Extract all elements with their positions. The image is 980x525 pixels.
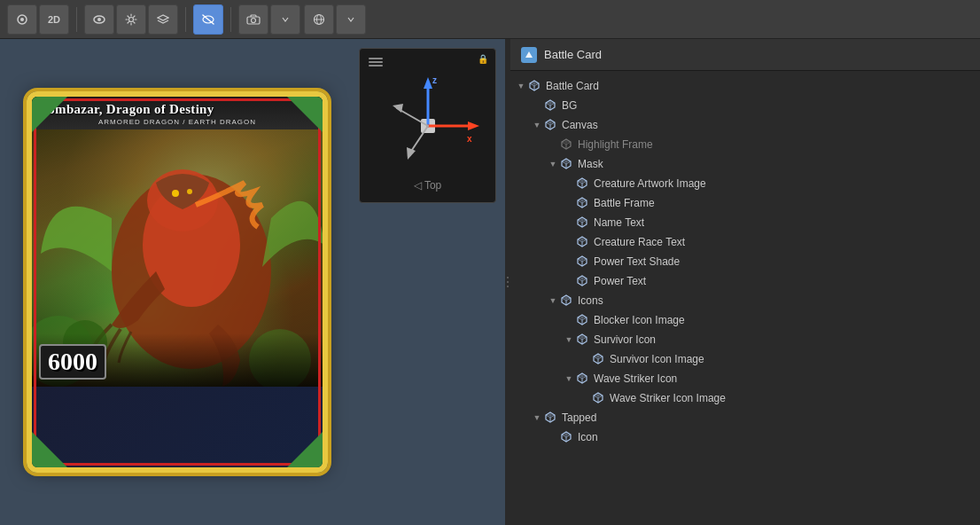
tree-label-highlight-frame: Highlight Frame (578, 138, 653, 151)
tree-label-icon: Icon (578, 431, 598, 443)
corner-bottom-left (32, 432, 67, 467)
cube-icon-battle-frame (576, 196, 590, 210)
cube-icon-power-text-shade (576, 255, 590, 269)
tree-arrow-survivor-icon-image (578, 352, 592, 366)
widget-menu-lines (369, 58, 383, 67)
widget-line-2 (369, 61, 383, 63)
card-header: Bombazar, Dragon of Destiny ARMORED DRAG… (32, 97, 323, 129)
tree-label-canvas: Canvas (562, 119, 598, 131)
card-power-value: 6000 (39, 344, 106, 380)
tree-arrow-blocker-icon-image (562, 313, 576, 327)
tree-item-tapped[interactable]: Tapped (510, 408, 980, 427)
tree-item-power-text-shade[interactable]: Power Text Shade (510, 252, 980, 271)
toolbar-group-4 (304, 4, 366, 35)
tree-arrow-icon (546, 430, 560, 444)
card-bottom: 6000 (32, 333, 323, 387)
tree-item-survivor-icon[interactable]: Survivor Icon (510, 330, 980, 349)
tree-label-icons: Icons (578, 294, 603, 307)
unity-logo-icon (521, 47, 537, 63)
cube-icon-wave-striker-icon (576, 372, 590, 386)
light-button[interactable] (116, 4, 146, 35)
battle-card: Bombazar, Dragon of Destiny ARMORED DRAG… (27, 91, 328, 473)
hide-button[interactable] (193, 4, 223, 35)
tree-arrow-battle-frame (562, 196, 576, 210)
hierarchy-content: Battle Card BG Canvas Highlight Frame (510, 71, 980, 525)
tree-item-battle-card-root[interactable]: Battle Card (510, 76, 980, 96)
lock-icon: 🔒 (478, 54, 488, 64)
axis-arrows-svg: z x (375, 73, 481, 179)
tree-item-creature-race-text[interactable]: Creature Race Text (510, 232, 980, 252)
card-race-text: ARMORED DRAGON / EARTH DRAGON (39, 118, 315, 126)
tree-label-bg: BG (562, 99, 577, 112)
tree-item-battle-frame[interactable]: Battle Frame (510, 193, 980, 213)
tree-label-blocker-icon-image: Blocker Icon Image (594, 314, 685, 326)
toolbar-sep-3 (230, 7, 231, 32)
toolbar-sep-2 (185, 7, 186, 32)
tree-item-wave-striker-icon-image[interactable]: Wave Striker Icon Image (510, 388, 980, 408)
tree-item-bg[interactable]: BG (510, 96, 980, 115)
tree-label-survivor-icon: Survivor Icon (594, 333, 656, 346)
tree-item-creature-artwork-image[interactable]: Creature Artwork Image (510, 174, 980, 193)
tree-label-tapped: Tapped (562, 411, 596, 424)
cube-icon-creature-race-text (576, 235, 590, 249)
tree-item-mask[interactable]: Mask (510, 154, 980, 174)
tree-arrow-wave-striker-icon[interactable] (562, 372, 576, 386)
svg-point-8 (252, 18, 256, 22)
camera-button[interactable] (238, 4, 268, 35)
tree-label-battle-card-root: Battle Card (546, 80, 599, 92)
tree-item-survivor-icon-image[interactable]: Survivor Icon Image (510, 349, 980, 369)
visibility-button[interactable] (84, 4, 114, 35)
tree-arrow-power-text-shade (562, 255, 576, 269)
svg-marker-24 (424, 77, 432, 89)
divider-dots (507, 277, 509, 287)
tree-arrow-name-text (562, 215, 576, 230)
transform-widget[interactable]: 🔒 z x (359, 48, 496, 203)
tree-item-canvas[interactable]: Canvas (510, 115, 980, 135)
tree-label-name-text: Name Text (594, 216, 644, 229)
tree-arrow-canvas[interactable] (530, 118, 544, 132)
tree-arrow-wave-striker-icon-image (578, 391, 592, 405)
tree-item-name-text[interactable]: Name Text (510, 213, 980, 232)
tree-item-power-text[interactable]: Power Text (510, 271, 980, 291)
tree-label-creature-artwork-image: Creature Artwork Image (594, 177, 706, 190)
tree-item-icon[interactable]: Icon (510, 427, 980, 447)
globe-button[interactable] (304, 4, 334, 35)
svg-point-1 (20, 18, 24, 21)
toolbar-group-2 (84, 4, 178, 35)
tree-arrow-battle-card-root[interactable] (514, 79, 528, 93)
tree-item-blocker-icon-image[interactable]: Blocker Icon Image (510, 310, 980, 330)
cube-icon-power-text (576, 274, 590, 288)
cube-icon-icon (560, 430, 574, 444)
scene-view: Bombazar, Dragon of Destiny ARMORED DRAG… (0, 39, 505, 525)
top-label: ◁ Top (360, 179, 495, 192)
cube-icon-tapped (544, 411, 558, 425)
camera-dropdown[interactable] (270, 4, 300, 35)
tree-item-icons[interactable]: Icons (510, 291, 980, 310)
cube-icon-survivor-icon (576, 333, 590, 347)
toolbar-group-3 (238, 4, 300, 35)
2d-button[interactable]: 2D (39, 4, 69, 35)
widget-line-3 (369, 65, 383, 67)
tree-arrow-bg (530, 98, 544, 113)
tree-arrow-tapped[interactable] (530, 411, 544, 425)
layers-button[interactable] (148, 4, 178, 35)
tree-arrow-highlight-frame (546, 137, 560, 152)
cube-icon-mask (560, 157, 574, 171)
hierarchy-title: Battle Card (544, 48, 602, 61)
svg-marker-27 (468, 121, 479, 130)
tree-arrow-survivor-icon[interactable] (562, 333, 576, 347)
cube-icon-bg (544, 98, 558, 113)
cube-icon-blocker-icon-image (576, 313, 590, 327)
card-artwork: 6000 (32, 129, 323, 387)
tree-arrow-creature-race-text (562, 235, 576, 249)
svg-line-31 (410, 126, 428, 153)
svg-text:z: z (432, 75, 437, 85)
tree-item-highlight-frame[interactable]: Highlight Frame (510, 135, 980, 154)
cube-icon-wave-striker-icon-image (592, 391, 606, 405)
globe-dropdown[interactable] (336, 4, 366, 35)
tree-item-wave-striker-icon[interactable]: Wave Striker Icon (510, 369, 980, 388)
tree-arrow-mask[interactable] (546, 157, 560, 171)
circle-button[interactable] (7, 4, 37, 35)
tree-arrow-icons[interactable] (546, 294, 560, 308)
cube-icon-creature-artwork-image (576, 176, 590, 191)
